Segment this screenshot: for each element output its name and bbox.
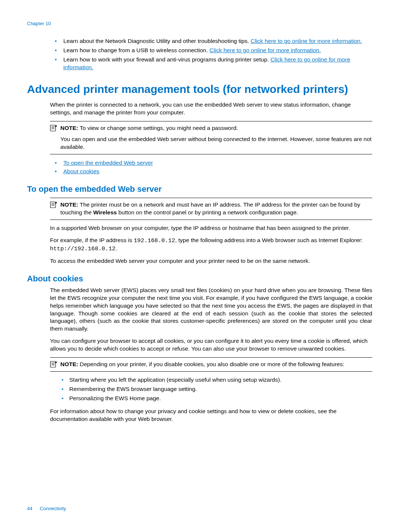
body-paragraph: You can configure your browser to accept… xyxy=(50,337,372,353)
list-item: Starting where you left the application … xyxy=(60,376,372,384)
note-icon xyxy=(50,125,57,131)
list-item: Personalizing the EWS Home page. xyxy=(60,395,372,402)
list-item-text: Learn how to change from a USB to wirele… xyxy=(63,47,210,53)
sub-heading-about-cookies: About cookies xyxy=(27,274,372,284)
note-label: NOTE: xyxy=(60,125,78,131)
body-paragraph: For example, if the IP address is 192.16… xyxy=(50,237,372,253)
text-segment: . xyxy=(116,245,117,251)
text-segment: For example, if the IP address is xyxy=(50,237,134,243)
note-icon xyxy=(50,361,57,368)
online-info-link[interactable]: Click here to go online for more informa… xyxy=(251,38,362,44)
note-icon xyxy=(50,201,57,208)
note-box: NOTE:To view or change some settings, yo… xyxy=(50,121,372,155)
section-toc: To open the embedded Web server About co… xyxy=(53,159,372,175)
svg-rect-8 xyxy=(50,361,56,367)
list-item-text: Learn how to work with your firewall and… xyxy=(63,56,270,63)
footer-section: Connectivity xyxy=(40,506,66,511)
intro-paragraph: When the printer is connected to a netwo… xyxy=(50,101,372,117)
online-info-link[interactable]: Click here to go online for more informa… xyxy=(210,47,321,53)
top-troubleshooting-list: Learn about the Network Diagnostic Utili… xyxy=(53,37,372,71)
toc-item: To open the embedded Web server xyxy=(53,159,372,167)
sub-heading-open-ews: To open the embedded Web server xyxy=(27,184,372,194)
cookie-features-list: Starting where you left the application … xyxy=(60,376,372,402)
note-label: NOTE: xyxy=(60,201,78,208)
body-paragraph: In a supported Web browser on your compu… xyxy=(50,224,372,232)
text-segment: , type the following address into a Web … xyxy=(175,237,363,243)
note-text: To view or change some settings, you mig… xyxy=(80,125,238,131)
toc-item: About cookies xyxy=(53,167,372,175)
body-paragraph: The embedded Web server (EWS) places ver… xyxy=(50,287,372,333)
note-extra-text: You can open and use the embedded Web se… xyxy=(60,135,372,151)
toc-link-about-cookies[interactable]: About cookies xyxy=(63,168,99,174)
note-content: NOTE:To view or change some settings, yo… xyxy=(60,124,238,132)
note-text-post: button on the control panel or by printi… xyxy=(117,209,298,215)
note-box: NOTE:The printer must be on a network an… xyxy=(50,198,372,220)
list-item: Learn how to change from a USB to wirele… xyxy=(53,47,372,54)
note-text: Depending on your printer, if you disabl… xyxy=(80,361,344,367)
note-box: NOTE:Depending on your printer, if you d… xyxy=(50,357,372,372)
list-item-text: Learn about the Network Diagnostic Utili… xyxy=(63,38,251,44)
list-item: Remembering the EWS browser language set… xyxy=(60,385,372,393)
toc-link-open-ews[interactable]: To open the embedded Web server xyxy=(63,160,153,166)
list-item: Learn how to work with your firewall and… xyxy=(53,56,372,71)
note-content: NOTE:The printer must be on a network an… xyxy=(60,201,372,217)
note-label: NOTE: xyxy=(60,361,78,367)
ip-address-code: 192.168.0.12 xyxy=(134,237,175,244)
svg-rect-4 xyxy=(50,202,56,208)
page-footer: 44Connectivity xyxy=(27,506,66,511)
list-item: Learn about the Network Diagnostic Utili… xyxy=(53,37,372,45)
body-paragraph: For information about how to change your… xyxy=(50,408,372,423)
url-code: http://192.168.0.12 xyxy=(50,245,116,252)
page-number: 44 xyxy=(27,506,32,511)
main-heading: Advanced printer management tools (for n… xyxy=(27,83,372,96)
chapter-header: Chapter 10 xyxy=(27,21,372,26)
note-bold: Wireless xyxy=(93,209,117,215)
body-paragraph: To access the embedded Web server your c… xyxy=(50,257,372,265)
note-content: NOTE:Depending on your printer, if you d… xyxy=(60,361,344,368)
svg-rect-0 xyxy=(50,125,56,131)
